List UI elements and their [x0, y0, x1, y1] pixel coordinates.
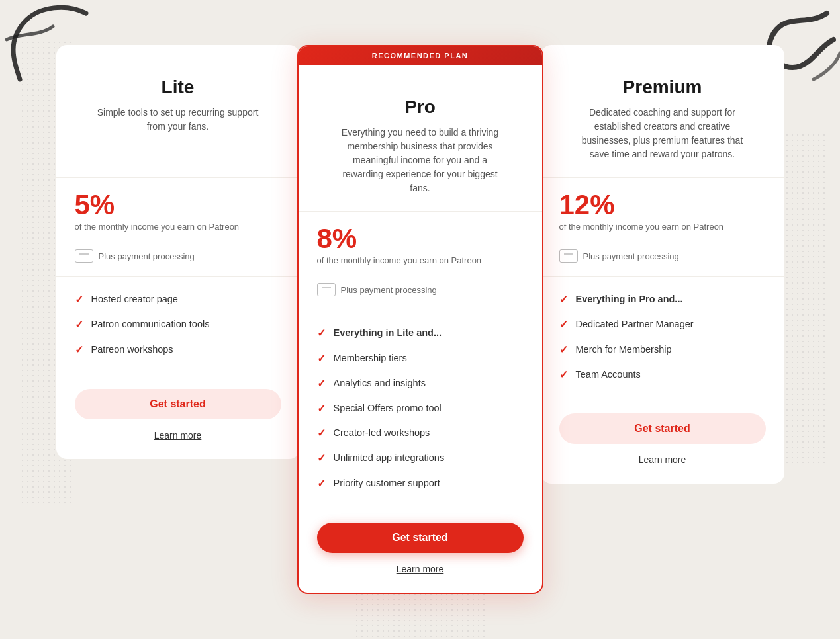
plan-header-premium: Premium Dedicated coaching and support f…	[541, 45, 784, 177]
plan-header-pro: Pro Everything you need to build a thriv…	[299, 65, 542, 211]
plan-card-premium: Premium Dedicated coaching and support f…	[541, 45, 784, 484]
plan-desc-premium: Dedicated coaching and support for estab…	[577, 106, 749, 161]
recommended-badge: RECOMMENDED PLAN	[299, 46, 542, 65]
learn-more-button-premium[interactable]: Learn more	[559, 454, 766, 465]
payment-text-lite: Plus payment processing	[99, 251, 195, 261]
card-icon-pro	[317, 283, 336, 296]
feature-text: Everything in Lite and...	[334, 326, 442, 339]
plan-percent-premium: 12%	[559, 191, 766, 219]
learn-more-button-lite[interactable]: Learn more	[75, 430, 281, 441]
check-icon: ✓	[75, 343, 83, 357]
plan-name-premium: Premium	[623, 77, 702, 98]
check-icon: ✓	[317, 377, 326, 391]
feature-item: ✓ Hosted creator page	[75, 292, 281, 307]
feature-text: Team Accounts	[576, 368, 641, 381]
plans-container: Lite Simple tools to set up recurring su…	[56, 45, 784, 594]
check-icon: ✓	[317, 352, 326, 366]
feature-item: ✓ Patreon workshops	[75, 343, 281, 357]
check-icon: ✓	[317, 402, 326, 416]
plan-percent-desc-pro: of the monthly income you earn on Patreo…	[317, 255, 524, 265]
feature-text: Dedicated Partner Manager	[576, 318, 694, 331]
card-icon-inner-lite	[79, 253, 89, 259]
payment-text-pro: Plus payment processing	[341, 285, 437, 295]
plan-desc-lite: Simple tools to set up recurring support…	[92, 106, 264, 134]
deco-dots-bottom	[354, 586, 487, 639]
plan-footer-pro: Get started Learn more	[299, 507, 542, 593]
check-icon: ✓	[559, 343, 568, 357]
feature-item: ✓ Analytics and insights	[317, 376, 524, 391]
feature-text: Patron communication tools	[91, 318, 210, 331]
feature-item: ✓ Special Offers promo tool	[317, 402, 524, 416]
plan-percent-desc-premium: of the monthly income you earn on Patreo…	[559, 222, 766, 232]
payment-text-premium: Plus payment processing	[583, 251, 679, 261]
plan-header-lite: Lite Simple tools to set up recurring su…	[56, 45, 300, 177]
card-icon-premium	[559, 249, 578, 263]
feature-text: Hosted creator page	[91, 292, 178, 306]
card-icon-inner-pro	[322, 287, 331, 292]
feature-text: Priority customer support	[334, 476, 440, 490]
feature-item: ✓ Team Accounts	[559, 368, 766, 382]
plan-footer-lite: Get started Learn more	[56, 373, 300, 459]
feature-item: ✓ Merch for Membership	[559, 343, 766, 357]
check-icon: ✓	[317, 477, 326, 491]
feature-text: Everything in Pro and...	[576, 292, 683, 306]
check-icon: ✓	[559, 293, 568, 307]
feature-item: ✓ Everything in Pro and...	[559, 292, 766, 307]
plan-features-pro: ✓ Everything in Lite and... ✓ Membership…	[299, 310, 542, 507]
feature-text: Patreon workshops	[91, 343, 173, 356]
plan-card-pro: RECOMMENDED PLAN Pro Everything you need…	[297, 45, 543, 594]
feature-text: Unlimited app integrations	[334, 451, 445, 464]
card-icon-inner-premium	[564, 253, 573, 259]
feature-text: Creator-led workshops	[334, 426, 430, 439]
feature-item: ✓ Membership tiers	[317, 351, 524, 366]
feature-item: ✓ Dedicated Partner Manager	[559, 318, 766, 332]
check-icon: ✓	[75, 318, 83, 332]
get-started-button-premium[interactable]: Get started	[559, 413, 766, 444]
payment-processing-lite: Plus payment processing	[75, 241, 281, 263]
get-started-button-pro[interactable]: Get started	[317, 523, 524, 553]
plan-pricing-premium: 12% of the monthly income you earn on Pa…	[541, 177, 784, 276]
plan-name-lite: Lite	[162, 77, 195, 98]
plan-percent-pro: 8%	[317, 225, 524, 253]
check-icon: ✓	[559, 368, 568, 382]
plan-name-pro: Pro	[404, 97, 436, 118]
plan-pricing-lite: 5% of the monthly income you earn on Pat…	[56, 177, 300, 276]
plan-desc-pro: Everything you need to build a thriving …	[334, 126, 506, 195]
feature-text: Special Offers promo tool	[334, 402, 442, 415]
check-icon: ✓	[75, 293, 83, 307]
get-started-button-lite[interactable]: Get started	[75, 389, 281, 419]
plan-pricing-pro: 8% of the monthly income you earn on Pat…	[299, 211, 542, 310]
plan-features-premium: ✓ Everything in Pro and... ✓ Dedicated P…	[541, 276, 784, 398]
feature-text: Membership tiers	[334, 351, 407, 364]
feature-text: Merch for Membership	[576, 343, 672, 356]
feature-item: ✓ Unlimited app integrations	[317, 451, 524, 466]
plan-card-lite: Lite Simple tools to set up recurring su…	[56, 45, 300, 458]
check-icon: ✓	[317, 327, 326, 341]
feature-item: ✓ Patron communication tools	[75, 318, 281, 332]
check-icon: ✓	[559, 318, 568, 332]
payment-processing-pro: Plus payment processing	[317, 275, 524, 296]
check-icon: ✓	[317, 452, 326, 466]
plan-features-lite: ✓ Hosted creator page ✓ Patron communica…	[56, 276, 300, 372]
plan-percent-desc-lite: of the monthly income you earn on Patreo…	[75, 222, 281, 232]
plan-percent-lite: 5%	[75, 191, 281, 219]
feature-item: ✓ Everything in Lite and...	[317, 326, 524, 341]
learn-more-button-pro[interactable]: Learn more	[317, 564, 524, 574]
card-icon-lite	[75, 249, 93, 263]
plan-footer-premium: Get started Learn more	[541, 398, 784, 484]
check-icon: ✓	[317, 427, 326, 441]
payment-processing-premium: Plus payment processing	[559, 241, 766, 263]
feature-text: Analytics and insights	[334, 376, 426, 390]
feature-item: ✓ Creator-led workshops	[317, 426, 524, 441]
feature-item: ✓ Priority customer support	[317, 476, 524, 491]
